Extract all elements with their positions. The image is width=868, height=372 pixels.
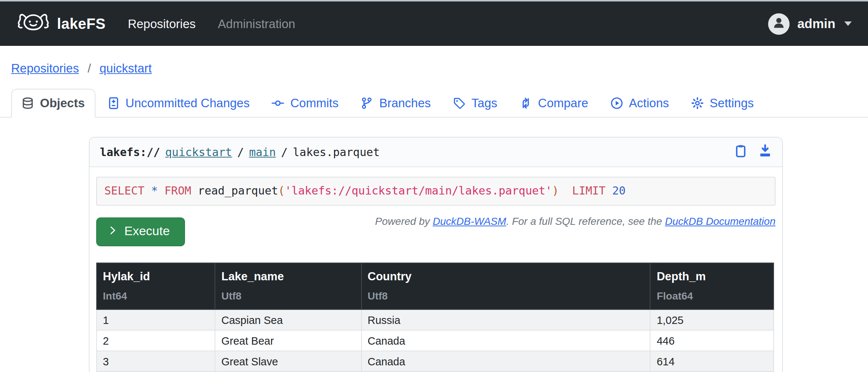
branch-icon: [361, 97, 373, 109]
brand-title: lakeFS: [57, 15, 105, 32]
tab-commits[interactable]: Commits: [262, 89, 349, 118]
column-header-country: CountryUtf8: [361, 263, 650, 310]
table-row: 1Caspian SeaRussia1,025: [97, 310, 774, 330]
repo-tabs: ObjectsUncommitted ChangesCommitsBranche…: [0, 89, 868, 118]
tab-label: Commits: [290, 96, 339, 110]
duckdb-wasm-link[interactable]: DuckDB-WASM: [433, 215, 507, 227]
object-actions: [734, 144, 772, 160]
table-cell: Great Slave: [215, 351, 361, 372]
table-header-row: Hylak_idInt64Lake_nameUtf8CountryUtf8Dep…: [97, 263, 774, 310]
column-type: Int64: [103, 290, 209, 302]
column-name: Hylak_id: [103, 270, 209, 283]
path-ref-link[interactable]: main: [249, 145, 276, 159]
copy-button[interactable]: [734, 144, 747, 160]
tab-uncommitted-changes[interactable]: Uncommitted Changes: [97, 89, 260, 118]
download-button[interactable]: [758, 144, 772, 160]
table-cell: 2: [97, 330, 215, 351]
column-type: Utf8: [221, 290, 355, 302]
duckdb-helper-text: Powered by DuckDB-WASM. For a full SQL r…: [375, 215, 776, 227]
table-cell: 1,025: [650, 310, 774, 330]
top-navbar: lakeFS RepositoriesAdministration admin: [0, 1, 868, 46]
tab-compare[interactable]: Compare: [509, 89, 599, 118]
database-icon: [21, 97, 34, 109]
breadcrumb: Repositories / quickstart: [0, 46, 868, 85]
gear-icon: [691, 97, 704, 109]
helper-prefix: Powered by: [375, 215, 433, 227]
helper-middle: . For a full SQL reference, see the: [506, 215, 665, 227]
table-cell: Caspian Sea: [215, 310, 361, 330]
nav-link-repositories[interactable]: Repositories: [128, 17, 195, 31]
column-name: Depth_m: [657, 270, 767, 283]
table-cell: Great Bear: [215, 330, 361, 351]
tab-label: Branches: [379, 96, 431, 110]
file-diff-icon: [107, 97, 120, 109]
table-cell: Canada: [361, 330, 650, 351]
tab-actions[interactable]: Actions: [600, 89, 679, 118]
sql-editor[interactable]: SELECT * FROM read_parquet('lakefs://qui…: [96, 177, 776, 206]
breadcrumb-repositories-link[interactable]: Repositories: [11, 61, 79, 75]
sql-token: [559, 184, 572, 197]
sql-token: [144, 184, 151, 197]
lakefs-home-link[interactable]: lakeFS: [16, 11, 105, 37]
sql-token: ): [552, 184, 559, 197]
sql-token: [606, 184, 612, 197]
execute-row: Execute Powered by DuckDB-WASM. For a fu…: [96, 206, 776, 246]
table-cell: Russia: [361, 310, 650, 330]
user-menu[interactable]: admin: [768, 13, 852, 34]
compare-icon: [519, 97, 532, 109]
tab-label: Tags: [471, 96, 497, 110]
path-file: lakes.parquet: [293, 145, 380, 159]
sql-token: *: [151, 184, 158, 197]
table-cell: 3: [97, 351, 215, 372]
tab-label: Settings: [710, 96, 754, 110]
path-scheme: lakefs://: [100, 145, 160, 159]
chevron-down-icon: [844, 21, 852, 26]
table-cell: Canada: [361, 351, 650, 372]
duckdb-docs-link[interactable]: DuckDB Documentation: [665, 215, 776, 227]
execute-button[interactable]: Execute: [96, 217, 185, 246]
table-body: 1Caspian SeaRussia1,0252Great BearCanada…: [97, 310, 774, 372]
column-name: Lake_name: [221, 270, 355, 283]
sql-token: read_parquet: [191, 184, 278, 197]
nav-links: RepositoriesAdministration: [128, 17, 295, 31]
axolotl-logo-icon: [16, 11, 50, 37]
user-name: admin: [797, 16, 835, 31]
column-type: Utf8: [368, 290, 644, 302]
path-repo-link[interactable]: quickstart: [165, 145, 232, 159]
sql-token: SELECT: [104, 184, 144, 197]
object-path: lakefs://quickstart/main/lakes.parquet: [100, 145, 380, 159]
download-icon: [758, 144, 772, 160]
column-header-lake-name: Lake_nameUtf8: [215, 263, 361, 310]
breadcrumb-repo-link[interactable]: quickstart: [100, 61, 152, 75]
avatar: [768, 13, 790, 34]
sql-token: 'lakefs://quickstart/main/lakes.parquet': [285, 184, 552, 197]
sql-token: (: [278, 184, 285, 197]
table-cell: 614: [650, 351, 774, 372]
tag-icon: [453, 97, 465, 109]
execute-label: Execute: [124, 224, 170, 239]
column-name: Country: [368, 270, 644, 283]
results-table: Hylak_idInt64Lake_nameUtf8CountryUtf8Dep…: [96, 263, 774, 372]
play-circle-icon: [610, 97, 623, 109]
breadcrumb-separator: /: [88, 61, 91, 75]
table-head: Hylak_idInt64Lake_nameUtf8CountryUtf8Dep…: [97, 263, 774, 310]
object-path-header: lakefs://quickstart/main/lakes.parquet: [90, 138, 782, 167]
copy-icon: [734, 144, 747, 160]
tab-objects[interactable]: Objects: [11, 89, 95, 118]
tab-branches[interactable]: Branches: [350, 89, 441, 118]
column-type: Float64: [657, 290, 767, 302]
tab-tags[interactable]: Tags: [443, 89, 508, 118]
column-header-hylak-id: Hylak_idInt64: [97, 263, 215, 310]
table-cell: 446: [650, 330, 774, 351]
path-separator: /: [237, 145, 244, 159]
sql-token: FROM: [165, 184, 191, 197]
sql-token: LIMIT: [572, 184, 605, 197]
nav-link-administration[interactable]: Administration: [218, 17, 295, 31]
table-row: 2Great BearCanada446: [97, 330, 774, 351]
tab-settings[interactable]: Settings: [681, 89, 764, 118]
object-viewer-card: lakefs://quickstart/main/lakes.parquet S…: [89, 137, 783, 372]
sql-token: [158, 184, 165, 197]
sql-token: 20: [612, 184, 626, 197]
tab-label: Actions: [629, 96, 669, 110]
tab-label: Compare: [538, 96, 588, 110]
